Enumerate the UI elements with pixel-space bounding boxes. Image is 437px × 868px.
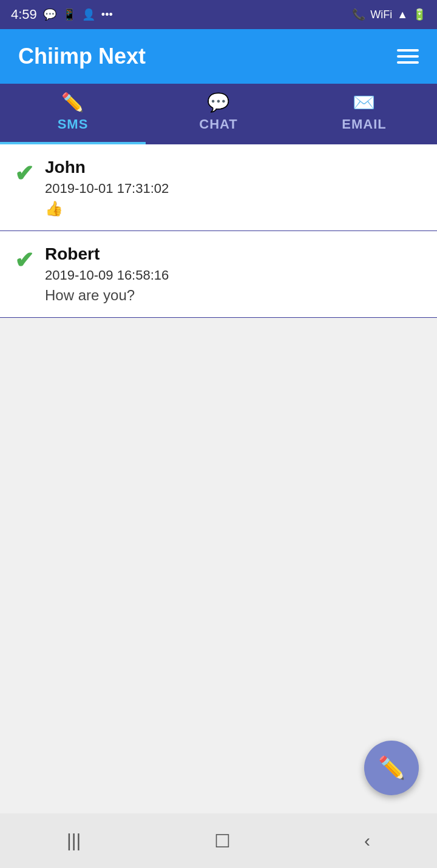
chat-bubble-icon: 💬	[43, 8, 56, 21]
tab-chat[interactable]: 💬 CHAT	[146, 84, 291, 144]
signal-icon: ▲	[397, 8, 408, 21]
list-item[interactable]: ✔ John 2019-10-01 17:31:02 👍	[0, 144, 437, 231]
phone-icon: 📞	[352, 8, 365, 21]
email-tab-icon: ✉️	[353, 92, 376, 113]
menu-line-3	[397, 61, 419, 64]
status-bar: 4:59 💬 📱 👤 ••• 📞 WiFi ▲ 🔋	[0, 0, 437, 29]
tab-sms[interactable]: ✏️ SMS	[0, 84, 146, 144]
contact-name: John	[45, 158, 422, 177]
back-button[interactable]: ‹	[340, 824, 395, 857]
menu-line-2	[397, 55, 419, 58]
battery-icon: 🔋	[413, 8, 426, 21]
home-button[interactable]: ☐	[190, 824, 255, 858]
message-preview: 👍	[45, 200, 422, 217]
message-preview: How are you?	[45, 287, 422, 304]
wifi-icon: WiFi	[370, 8, 392, 21]
menu-button[interactable]	[397, 49, 419, 64]
status-right: 📞 WiFi ▲ 🔋	[352, 8, 426, 21]
status-left: 4:59 💬 📱 👤 •••	[11, 7, 113, 22]
status-time: 4:59	[11, 7, 37, 22]
compose-fab-button[interactable]: ✏️	[364, 741, 419, 795]
tab-email[interactable]: ✉️ EMAIL	[291, 84, 437, 144]
message-info: Robert 2019-10-09 16:58:16 How are you?	[45, 244, 422, 304]
home-icon: ☐	[214, 831, 231, 851]
message-time: 2019-10-01 17:31:02	[45, 181, 422, 197]
message-list: ✔ John 2019-10-01 17:31:02 👍 ✔ Robert 20…	[0, 144, 437, 318]
app-title: Chiimp Next	[18, 44, 146, 69]
back-icon: ‹	[364, 830, 370, 850]
sms-tab-icon: ✏️	[61, 92, 84, 113]
content-area: ✔ John 2019-10-01 17:31:02 👍 ✔ Robert 20…	[0, 144, 437, 813]
recent-apps-icon: |||	[67, 830, 81, 850]
contact-name: Robert	[45, 244, 422, 264]
read-checkmark-icon: ✔	[15, 160, 34, 187]
message-time: 2019-10-09 16:58:16	[45, 267, 422, 283]
message-info: John 2019-10-01 17:31:02 👍	[45, 158, 422, 217]
tab-bar: ✏️ SMS 💬 CHAT ✉️ EMAIL	[0, 84, 437, 144]
chat-tab-icon: 💬	[207, 92, 230, 113]
person-icon: 👤	[82, 8, 95, 21]
email-tab-label: EMAIL	[342, 116, 386, 132]
app-bar: Chiimp Next	[0, 29, 437, 84]
sms-tab-label: SMS	[58, 116, 89, 132]
bottom-navigation: ||| ☐ ‹	[0, 813, 437, 868]
empty-content	[0, 318, 437, 813]
menu-line-1	[397, 49, 419, 52]
whatsapp-icon: 📱	[63, 8, 76, 21]
chat-tab-label: CHAT	[199, 116, 237, 132]
compose-fab-icon: ✏️	[378, 755, 405, 781]
more-icon: •••	[101, 8, 113, 21]
list-item[interactable]: ✔ Robert 2019-10-09 16:58:16 How are you…	[0, 231, 437, 318]
read-checkmark-icon: ✔	[15, 247, 34, 274]
recent-apps-button[interactable]: |||	[42, 824, 105, 857]
